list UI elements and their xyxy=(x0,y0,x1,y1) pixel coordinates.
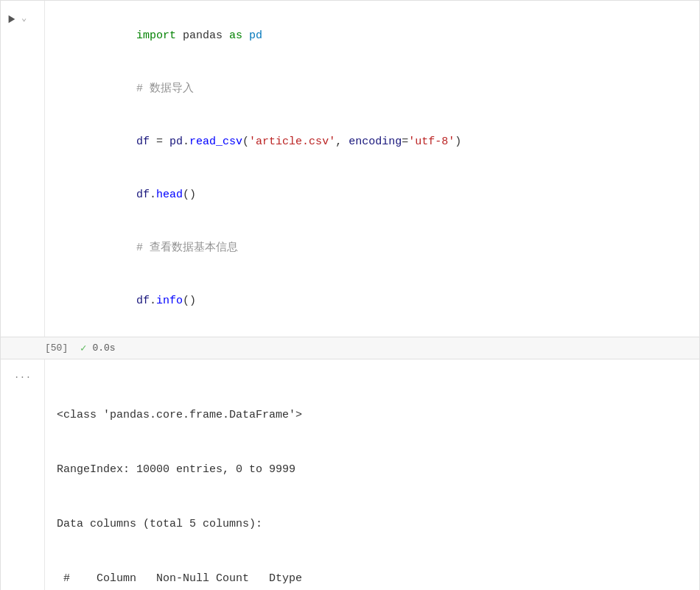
notebook-container: ⌄ import pandas as pd # 数据导入 df = pd.rea… xyxy=(0,0,700,590)
cell-gutter: ⌄ xyxy=(1,1,45,337)
output-ellipsis: ... xyxy=(14,370,31,381)
output-content: <class 'pandas.core.frame.DataFrame'> Ra… xyxy=(45,359,699,590)
code-cell: ⌄ import pandas as pd # 数据导入 df = pd.rea… xyxy=(0,0,700,337)
output-line-2: RangeIndex: 10000 entries, 0 to 9999 xyxy=(57,461,687,480)
status-bar: [50] ✓ 0.0s xyxy=(0,337,700,359)
cell-run-area: ⌄ xyxy=(5,10,27,26)
code-line-4: df.head() xyxy=(57,169,687,222)
output-gutter: ... xyxy=(1,359,45,590)
output-line-1: <class 'pandas.core.frame.DataFrame'> xyxy=(57,407,687,425)
code-line-6: df.info() xyxy=(57,275,687,328)
chevron-down-icon[interactable]: ⌄ xyxy=(21,13,27,24)
code-line-2: # 数据导入 xyxy=(57,63,687,116)
output-line-3: Data columns (total 5 columns): xyxy=(57,516,687,534)
code-line-3: df = pd.read_csv('article.csv', encoding… xyxy=(57,116,687,169)
svg-marker-0 xyxy=(9,15,15,24)
code-line-5: # 查看数据基本信息 xyxy=(57,222,687,275)
output-line-4: # Column Non-Null Count Dtype xyxy=(57,570,687,589)
output-cell: ... <class 'pandas.core.frame.DataFrame'… xyxy=(0,359,700,590)
success-icon: ✓ xyxy=(80,342,86,354)
execution-count: [50] xyxy=(45,343,74,354)
code-area: import pandas as pd # 数据导入 df = pd.read_… xyxy=(45,1,699,337)
code-line-1: import pandas as pd xyxy=(57,10,687,63)
execution-time: 0.0s xyxy=(92,343,115,354)
run-button[interactable] xyxy=(5,13,18,26)
